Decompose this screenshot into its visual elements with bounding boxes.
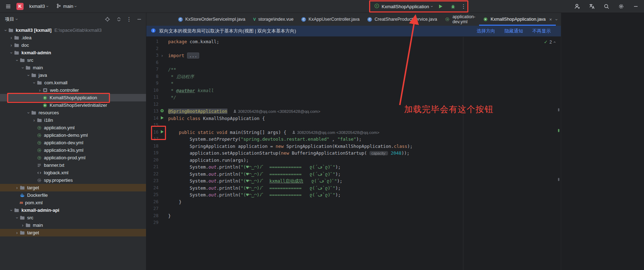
locate-file-icon[interactable] — [104, 15, 111, 23]
code-line-10: 10 * @author kxmall — [146, 87, 561, 94]
code-line-25: 25 System.out.println("(♥◠‿◠)ﾉﾞ ========… — [146, 191, 561, 199]
tree-item-src[interactable]: ›src — [0, 214, 146, 221]
tree-item-logback.xml[interactable]: logback.xml — [0, 169, 146, 176]
chevron-collapsed-icon[interactable]: › — [14, 230, 20, 235]
tree-item-application-dev.yml[interactable]: application-dev.yml — [0, 139, 146, 146]
minimize-icon[interactable] — [631, 2, 640, 11]
debug-button[interactable] — [448, 2, 458, 11]
chevron-collapsed-icon[interactable]: › — [9, 43, 14, 48]
git-branch-icon — [56, 3, 61, 10]
code-line-27: 27 — [146, 205, 561, 212]
code-line-29: 29 — [146, 219, 561, 226]
tree-item-label: logback.xml — [44, 170, 69, 175]
tree-item-kxmall-admin[interactable]: ›kxmall-admin — [0, 49, 146, 56]
tab-label: KxmallShopApplication.java — [490, 17, 545, 22]
chevron-collapsed-icon[interactable]: › — [37, 88, 42, 93]
inspection-widget[interactable]: ✓ 2 › — [544, 39, 555, 45]
chevron-expanded-icon[interactable]: › — [3, 28, 8, 33]
tree-item-label: main — [33, 222, 43, 228]
notification-action[interactable]: 隐藏通知 — [504, 28, 523, 34]
code-line-24: 24 System.out.println("(♥◠‿◠)ﾉﾞ ========… — [146, 185, 561, 192]
tree-item-main[interactable]: ›main — [0, 221, 146, 229]
tree-item-src[interactable]: ›src — [0, 56, 146, 64]
code-line-23: 23 System.out.println("(♥◠‿◠)ﾉﾞ kxmall启动… — [146, 178, 561, 185]
tree-item-kxmall-admin-api[interactable]: ›kxmall-admin-api — [0, 206, 146, 214]
tree-item-application.yml[interactable]: application.yml — [0, 124, 146, 131]
branch-selector[interactable]: main › — [54, 2, 79, 11]
tree-item-application-k3s.yml[interactable]: application-k3s.yml — [0, 146, 146, 154]
tree-item-pom.xml[interactable]: mpom.xml — [0, 199, 146, 206]
tree-node-icon — [14, 208, 19, 213]
tree-item-java[interactable]: ›java — [0, 71, 146, 79]
chevron-collapsed-icon[interactable]: › — [9, 35, 14, 40]
tree-item-main[interactable]: ›main — [0, 64, 146, 71]
notification-action[interactable]: 选择方向 — [477, 28, 495, 34]
code-line-20: 20 application.run(args); — [146, 157, 561, 164]
chevron-collapsed-icon[interactable]: › — [14, 185, 20, 190]
project-panel-title[interactable]: 项目 › — [3, 15, 20, 24]
tree-item-kxmallshopservletinitializer[interactable]: KxmallShopServletInitializer — [0, 101, 146, 109]
project-selector[interactable]: kxmall3 › — [27, 2, 50, 10]
main-menu-icon[interactable] — [4, 2, 13, 11]
code-line-8: 8 * 启动程序 — [146, 73, 561, 80]
settings-gear-icon[interactable] — [617, 2, 626, 11]
tab-application-dev.yml[interactable]: application-dev.yml — [441, 13, 479, 26]
chevron-expanded-icon[interactable]: › — [26, 110, 31, 115]
tab-creatshareproductservice.java[interactable]: CCreatShareProductService.java — [363, 13, 441, 26]
tree-item-spy.properties[interactable]: spy.properties — [0, 176, 146, 184]
tree-item-application-prod.yml[interactable]: application-prod.yml — [0, 154, 146, 161]
fold-marker-icon[interactable]: › — [159, 54, 166, 58]
run-more-options-icon[interactable]: ⋮ — [461, 3, 466, 10]
chevron-collapsed-icon[interactable]: › — [20, 223, 25, 228]
chevron-expanded-icon[interactable]: › — [26, 73, 31, 78]
line-number: 8 — [149, 73, 159, 80]
tree-item-doc[interactable]: ›doc — [0, 41, 146, 49]
tree-item-banner.txt[interactable]: banner.txt — [0, 161, 146, 169]
tree-item-kxmallshopapplication[interactable]: KxmallShopApplication — [0, 94, 146, 101]
tree-item-com.kxmall[interactable]: ›com.kxmall — [0, 79, 146, 86]
hide-panel-icon[interactable] — [135, 15, 143, 23]
chevron-expanded-icon[interactable]: › — [31, 80, 37, 85]
tab-storage-index.vue[interactable]: Vstorage\index.vue — [249, 13, 297, 26]
close-tab-icon[interactable]: × — [549, 17, 552, 22]
run-button[interactable] — [436, 2, 445, 11]
line-number: 13 — [149, 108, 159, 115]
tree-item-i18n[interactable]: ›i18n — [0, 116, 146, 124]
tree-item-application-demo.yml[interactable]: application-demo.yml — [0, 131, 146, 139]
translate-icon[interactable] — [587, 2, 597, 11]
chevron-expanded-icon[interactable]: › — [14, 215, 20, 220]
panel-more-options-icon[interactable]: ⋮ — [126, 16, 132, 22]
tab-kxstoreorderserviceimpl.java[interactable]: CKxStoreOrderServiceImpl.java — [174, 13, 249, 26]
line-number: 25 — [149, 191, 159, 199]
tree-item-resources[interactable]: ›resources — [0, 109, 146, 116]
code-with-me-icon[interactable] — [573, 2, 582, 11]
tree-item-dockerfile[interactable]: Dockerfile — [0, 191, 146, 199]
tree-item-target[interactable]: ›target — [0, 229, 146, 236]
tree-item-label: i18n — [44, 118, 53, 123]
code-line-13: 13@SpringBootApplication308205428@qq.com… — [146, 108, 561, 115]
tree-item-label: kxmall3 [kxmall] — [16, 28, 51, 33]
chevron-collapsed-icon[interactable]: › — [31, 118, 37, 123]
search-icon[interactable] — [602, 2, 611, 11]
chevron-expanded-icon[interactable]: › — [20, 65, 25, 70]
tree-item-target[interactable]: ›target — [0, 184, 146, 191]
tree-item-web.controller[interactable]: ›web.controller — [0, 86, 146, 94]
editor[interactable]: 1package com.kxmall;23›import ...67/**8 … — [146, 37, 561, 270]
author-icon — [292, 129, 296, 136]
chevron-expanded-icon[interactable]: › — [9, 208, 14, 213]
tab-kxappusercontroller.java[interactable]: CKxAppUserController.java — [297, 13, 363, 26]
tree-item-.idea[interactable]: ›.idea — [0, 34, 146, 41]
tab-kxmallshopapplication.java[interactable]: KxmallShopApplication.java× — [479, 13, 556, 26]
notification-action[interactable]: 不再显示 — [532, 28, 551, 34]
chevron-expanded-icon[interactable]: › — [9, 50, 14, 55]
run-config-selector[interactable]: KxmallShopApplication › — [374, 3, 433, 10]
tree-item-label: application-dev.yml — [44, 140, 83, 145]
chevron-up-icon: › — [552, 41, 557, 43]
expand-collapse-all-icon[interactable] — [115, 15, 123, 23]
tree-item-kxmall3-kxmall-[interactable]: ›kxmall3 [kxmall]E:\spaceGitlab\kxmall3 — [0, 26, 146, 34]
notification-banner: 双向文本的视觉布局可以取决于基本方向(视图 | 双向文本基本方向) 选择方向隐藏… — [146, 26, 561, 37]
tree-item-label: .idea — [21, 35, 31, 40]
chevron-expanded-icon[interactable]: › — [14, 58, 20, 63]
code-line-2: 2 — [146, 45, 561, 52]
code-line-1: 1package com.kxmall; — [146, 38, 561, 45]
